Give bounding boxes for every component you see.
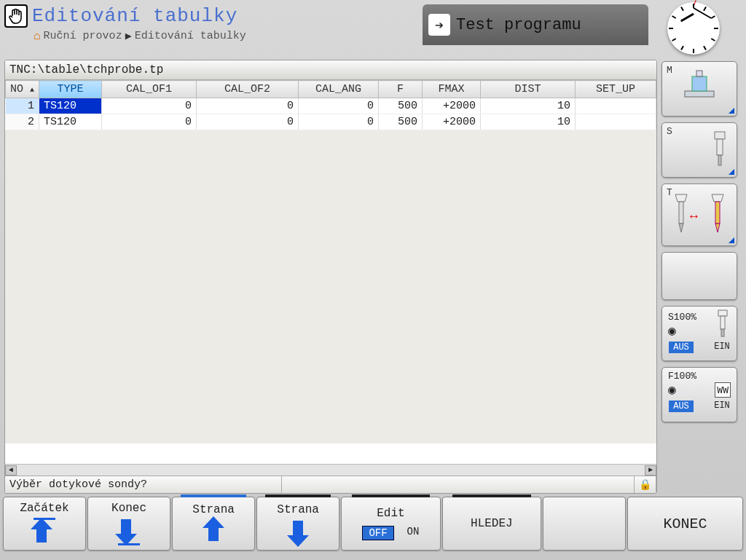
panel-blank[interactable] bbox=[661, 252, 737, 300]
col-set-up[interactable]: SET_UP bbox=[576, 81, 656, 98]
softkey-edit[interactable]: Edit OFF ON bbox=[341, 497, 440, 551]
goto-icon: ➔ bbox=[428, 14, 450, 36]
softkey-end-program[interactable]: KONEC bbox=[627, 497, 743, 551]
softkey-begin[interactable]: Začátek bbox=[3, 497, 86, 551]
chevron-right-icon: ▶ bbox=[125, 29, 132, 43]
col-cal-of1[interactable]: CAL_OF1 bbox=[102, 81, 197, 98]
s100-label: S100% bbox=[668, 312, 696, 323]
page-title: Editování tabulky bbox=[32, 5, 237, 27]
tool-right-icon bbox=[709, 193, 726, 238]
lock-icon: 🔒 bbox=[635, 476, 656, 493]
softkey-konec-label: KONEC bbox=[664, 516, 707, 532]
edit-on[interactable]: ON bbox=[407, 526, 420, 540]
col-no[interactable]: NO ▲ bbox=[6, 81, 39, 98]
col-f[interactable]: F bbox=[379, 81, 423, 98]
f-ein[interactable]: EIN bbox=[714, 401, 730, 412]
spindle-small-icon bbox=[715, 309, 731, 339]
scroll-left-icon[interactable]: ◄ bbox=[5, 465, 17, 476]
probe-table[interactable]: NO ▲ TYPE CAL_OF1 CAL_OF2 CAL_ANG F FMAX… bbox=[5, 80, 656, 130]
col-cal-ang[interactable]: CAL_ANG bbox=[299, 81, 379, 98]
softkey-end[interactable]: Konec bbox=[87, 497, 170, 551]
softkey-end-label: Konec bbox=[111, 502, 146, 515]
breadcrumb-leaf: Editování tabulky bbox=[135, 30, 246, 42]
clock-icon bbox=[667, 2, 720, 55]
svg-rect-3 bbox=[715, 132, 725, 139]
softkey-page-down[interactable]: Strana bbox=[256, 497, 339, 551]
tab-program-test-label: Test programu bbox=[456, 16, 581, 34]
softkey-begin-label: Začátek bbox=[20, 502, 68, 515]
file-path: TNC:\table\tchprobe.tp bbox=[5, 60, 656, 80]
edit-off[interactable]: OFF bbox=[362, 526, 393, 540]
swap-arrow-icon: ↔ bbox=[690, 209, 698, 224]
svg-rect-2 bbox=[696, 71, 702, 76]
softkey-search[interactable]: HLEDEJ bbox=[442, 497, 541, 551]
panel-s100[interactable]: S100% ◉ AUS EIN bbox=[661, 306, 737, 361]
softkey-page-down-label: Strana bbox=[277, 503, 319, 516]
breadcrumb: ⌂ Ruční provoz ▶ Editování tabulky bbox=[34, 29, 418, 43]
svg-rect-6 bbox=[679, 202, 683, 224]
softkey-page-up-label: Strana bbox=[192, 503, 235, 516]
softkey-edit-label: Edit bbox=[377, 507, 404, 520]
col-type[interactable]: TYPE bbox=[39, 81, 102, 98]
breadcrumb-root[interactable]: Ruční provoz bbox=[44, 30, 122, 42]
svg-rect-1 bbox=[692, 76, 707, 91]
svg-rect-8 bbox=[718, 310, 727, 316]
panel-m[interactable]: M bbox=[661, 61, 737, 117]
wave-icon: WW bbox=[715, 382, 731, 398]
status-prompt: Výběr dotykové sondy? bbox=[5, 476, 282, 493]
panel-t[interactable]: T ↔ bbox=[661, 184, 737, 246]
home-icon: ⌂ bbox=[34, 30, 41, 43]
svg-rect-7 bbox=[715, 202, 720, 224]
table-editor-panel: TNC:\table\tchprobe.tp NO ▲ TYPE CAL_OF1… bbox=[4, 60, 657, 494]
col-dist[interactable]: DIST bbox=[481, 81, 576, 98]
svg-rect-4 bbox=[717, 139, 723, 155]
col-fmax[interactable]: FMAX bbox=[423, 81, 481, 98]
table-row[interactable]: 1 TS120 0 0 0 500 +2000 10 bbox=[6, 98, 656, 114]
dial-icon: ◉ bbox=[668, 382, 696, 398]
softkey-page-up[interactable]: Strana bbox=[172, 497, 255, 551]
f100-label: F100% bbox=[668, 371, 696, 382]
panel-s[interactable]: S bbox=[661, 122, 737, 178]
status-field bbox=[282, 476, 635, 493]
spindle-icon bbox=[709, 130, 731, 173]
col-cal-of2[interactable]: CAL_OF2 bbox=[197, 81, 299, 98]
machine-icon bbox=[682, 69, 717, 101]
tool-left-icon bbox=[672, 193, 690, 238]
s-ein[interactable]: EIN bbox=[714, 342, 730, 353]
softkey-empty[interactable] bbox=[543, 497, 626, 551]
f-aus[interactable]: AUS bbox=[669, 401, 694, 412]
s-aus[interactable]: AUS bbox=[669, 342, 694, 353]
svg-rect-10 bbox=[721, 329, 724, 336]
manual-mode-icon[interactable] bbox=[4, 4, 28, 28]
softkey-search-label: HLEDEJ bbox=[471, 517, 513, 530]
tab-program-test[interactable]: ➔ Test programu bbox=[423, 4, 648, 45]
table-row[interactable]: 2 TS120 0 0 0 500 +2000 10 bbox=[6, 114, 656, 130]
svg-rect-9 bbox=[721, 316, 725, 329]
svg-rect-0 bbox=[685, 91, 714, 97]
panel-f100[interactable]: F100% ◉ WW AUS EIN bbox=[661, 367, 737, 422]
dial-icon: ◉ bbox=[668, 323, 696, 339]
scroll-right-icon[interactable]: ► bbox=[645, 465, 656, 476]
horizontal-scrollbar[interactable]: ◄ ► bbox=[5, 464, 656, 476]
svg-rect-5 bbox=[718, 155, 721, 165]
